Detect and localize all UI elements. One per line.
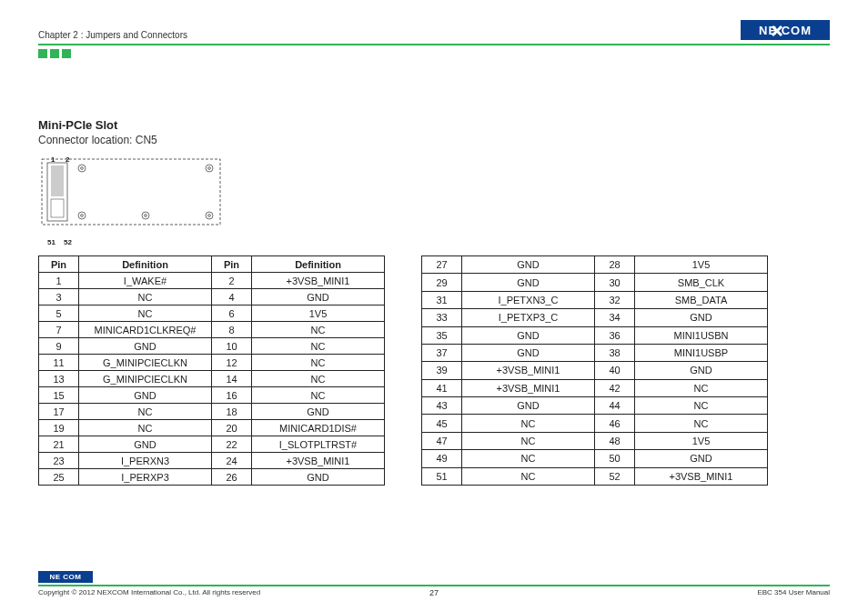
- pinout-tables: Pin Definition Pin Definition 1I_WAKE#2+…: [38, 255, 830, 486]
- cell-pin: 14: [212, 371, 252, 387]
- cell-def: NC: [635, 415, 768, 432]
- table-row: 9GND10NC: [39, 338, 385, 355]
- cell-pin: 1: [39, 273, 79, 289]
- cell-pin: 18: [212, 404, 252, 420]
- cell-pin: 36: [595, 326, 635, 344]
- cell-def: 1V5: [635, 432, 768, 449]
- cell-pin: 51: [422, 467, 462, 486]
- table-row: 13G_MINIPCIECLKN14NC: [39, 371, 385, 387]
- cell-pin: 32: [595, 291, 635, 308]
- table-row: 21GND22I_SLOTPLTRST#: [39, 436, 385, 453]
- cell-def: G_MINIPCIECLKN: [79, 371, 212, 387]
- page-content: Chapter 2 : Jumpers and Connectors NE CO…: [0, 0, 868, 486]
- cell-pin: 8: [212, 322, 252, 338]
- table-row: 11G_MINIPCIECLKN12NC: [39, 355, 385, 371]
- section-title: Mini-PCIe Slot: [38, 118, 830, 132]
- cell-def: MINICARD1CLKREQ#: [79, 322, 212, 338]
- cell-pin: 34: [595, 309, 635, 326]
- pinout-table-left: Pin Definition Pin Definition 1I_WAKE#2+…: [38, 255, 385, 486]
- cell-pin: 3: [39, 289, 79, 306]
- cell-def: GND: [462, 344, 595, 361]
- th-def: Definition: [79, 256, 212, 273]
- table-row: 19NC20MINICARD1DIS#: [39, 420, 385, 436]
- cell-def: GND: [462, 274, 595, 291]
- connector-diagram: 1 2 51: [38, 155, 224, 246]
- table-row: 41+3VSB_MINI142NC: [422, 379, 768, 396]
- cell-pin: 47: [422, 432, 462, 449]
- svg-point-28: [142, 212, 149, 219]
- cell-def: +3VSB_MINI1: [635, 467, 768, 486]
- sq-icon: [62, 49, 71, 58]
- cell-def: NC: [79, 289, 212, 306]
- cell-pin: 39: [422, 362, 462, 379]
- table-row: 7MINICARD1CLKREQ#8NC: [39, 322, 385, 338]
- cell-pin: 48: [595, 432, 635, 449]
- cell-def: MINICARD1DIS#: [252, 420, 385, 436]
- svg-point-22: [206, 165, 213, 172]
- cell-pin: 4: [212, 289, 252, 306]
- cell-def: GND: [252, 289, 385, 306]
- cell-pin: 25: [39, 469, 79, 486]
- table-row: 43GND44NC: [422, 397, 768, 415]
- cell-def: GND: [635, 450, 768, 467]
- cell-def: GND: [252, 404, 385, 420]
- cell-def: NC: [79, 306, 212, 322]
- cell-def: NC: [252, 387, 385, 404]
- footer-page-number: 27: [429, 588, 439, 597]
- th-pin: Pin: [39, 256, 79, 273]
- cell-pin: 35: [422, 326, 462, 344]
- cell-pin: 45: [422, 415, 462, 432]
- cell-pin: 5: [39, 306, 79, 322]
- cell-pin: 33: [422, 309, 462, 326]
- cell-pin: 43: [422, 397, 462, 415]
- cell-def: SMB_CLK: [635, 274, 768, 291]
- table-row: 23I_PERXN324+3VSB_MINI1: [39, 453, 385, 469]
- chapter-title: Chapter 2 : Jumpers and Connectors: [38, 30, 187, 40]
- footer-copyright: Copyright © 2012 NEXCOM International Co…: [38, 588, 260, 596]
- table-row: 45NC46NC: [422, 415, 768, 432]
- sq-icon: [50, 49, 59, 58]
- pin-label-52: 52: [64, 238, 72, 246]
- cell-pin: 13: [39, 371, 79, 387]
- sq-icon: [38, 49, 47, 58]
- cell-pin: 19: [39, 420, 79, 436]
- footer-doc: EBC 354 User Manual: [757, 588, 830, 596]
- table-row: 1I_WAKE#2+3VSB_MINI1: [39, 273, 385, 289]
- cell-def: MINI1USBP: [635, 344, 768, 361]
- cell-def: MINI1USBN: [635, 326, 768, 344]
- cell-def: I_WAKE#: [79, 273, 212, 289]
- table-row: 31I_PETXN3_C32SMB_DATA: [422, 291, 768, 308]
- cell-def: I_PETXP3_C: [462, 309, 595, 326]
- cell-def: NC: [635, 379, 768, 396]
- decorative-squares: [38, 49, 830, 58]
- footer-line: Copyright © 2012 NEXCOM International Co…: [38, 585, 830, 596]
- cell-def: 1V5: [252, 306, 385, 322]
- cell-pin: 9: [39, 338, 79, 355]
- cell-pin: 17: [39, 404, 79, 420]
- pin-label-1: 1: [51, 155, 55, 164]
- cell-def: GND: [462, 256, 595, 274]
- cell-def: I_PERXP3: [79, 469, 212, 486]
- svg-point-24: [78, 212, 86, 219]
- cell-pin: 27: [422, 256, 462, 274]
- cell-pin: 15: [39, 387, 79, 404]
- cell-pin: 30: [595, 274, 635, 291]
- table-row: 35GND36MINI1USBN: [422, 326, 768, 344]
- cell-pin: 12: [212, 355, 252, 371]
- th-pin: Pin: [212, 256, 252, 273]
- table-row: 27GND281V5: [422, 256, 768, 274]
- cell-def: NC: [252, 355, 385, 371]
- cell-def: GND: [635, 362, 768, 379]
- svg-point-23: [208, 167, 211, 170]
- cell-def: GND: [462, 397, 595, 415]
- brand-logo: NE COM: [741, 20, 830, 40]
- cell-pin: 2: [212, 273, 252, 289]
- cell-pin: 41: [422, 379, 462, 396]
- cell-def: +3VSB_MINI1: [252, 273, 385, 289]
- table-row: 33I_PETXP3_C34GND: [422, 309, 768, 326]
- brand-logo-text: NE COM: [759, 24, 812, 37]
- table-row: 15GND16NC: [39, 387, 385, 404]
- cell-def: NC: [462, 432, 595, 449]
- cell-def: I_PETXN3_C: [462, 291, 595, 308]
- header: Chapter 2 : Jumpers and Connectors NE CO…: [38, 16, 830, 40]
